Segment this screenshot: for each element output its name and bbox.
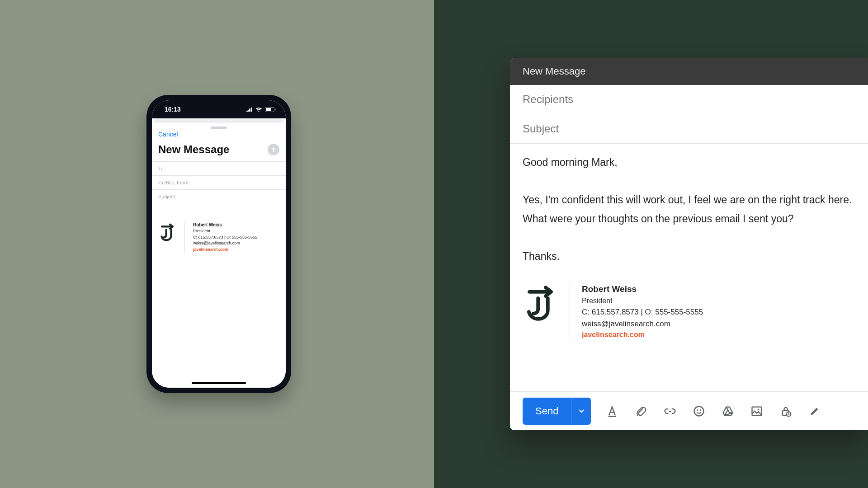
confidential-mode-icon[interactable] bbox=[778, 404, 793, 419]
compose-sheet: Cancel New Message To: Cc/Bcc, From: Sub… bbox=[152, 123, 286, 388]
attach-file-icon[interactable] bbox=[633, 404, 649, 419]
arrow-up-icon bbox=[270, 146, 277, 153]
compose-header[interactable]: New Message bbox=[510, 58, 868, 85]
signature-title: President bbox=[582, 296, 703, 306]
subject-field[interactable]: Subject bbox=[510, 114, 868, 144]
emoji-icon[interactable] bbox=[691, 404, 707, 419]
signature-link[interactable]: javelinsearch.com bbox=[582, 329, 703, 340]
gmail-compose-window: New Message Recipients Subject Good morn… bbox=[510, 58, 868, 430]
wifi-icon bbox=[255, 107, 262, 112]
send-options-dropdown[interactable] bbox=[571, 398, 591, 425]
compose-toolbar: Send bbox=[510, 391, 868, 430]
to-field[interactable]: To: bbox=[152, 161, 286, 175]
send-button-label: Send bbox=[523, 405, 571, 417]
cancel-button[interactable]: Cancel bbox=[158, 131, 178, 138]
sheet-background-peek bbox=[154, 118, 284, 123]
status-right bbox=[245, 107, 276, 112]
formatting-icon[interactable] bbox=[604, 404, 620, 419]
signature-pen-icon[interactable] bbox=[807, 404, 822, 419]
insert-link-icon[interactable] bbox=[662, 404, 678, 419]
signature-text: Robert Weiss President C: 615.557.8573 |… bbox=[193, 221, 257, 253]
signature-divider bbox=[570, 283, 570, 341]
body-line: Good morning Mark, bbox=[523, 155, 855, 171]
signature-email: weiss@javelinsearch.com bbox=[193, 240, 257, 247]
svg-rect-2 bbox=[249, 108, 250, 112]
body-line: Yes, I'm confident this will work out, I… bbox=[523, 192, 855, 208]
sheet-grabber[interactable] bbox=[211, 127, 227, 129]
svg-rect-6 bbox=[275, 108, 276, 110]
caret-down-icon bbox=[579, 409, 584, 413]
signature-phones: C: 615.557.8573 | O: 555-555-5555 bbox=[193, 235, 257, 241]
drive-icon[interactable] bbox=[720, 404, 736, 419]
svg-point-8 bbox=[694, 406, 704, 416]
signature-name: Robert Weiss bbox=[193, 221, 257, 228]
send-button[interactable]: Send bbox=[523, 398, 591, 425]
battery-icon bbox=[265, 107, 276, 112]
body-line: Thanks. bbox=[523, 249, 855, 265]
ccbcc-from-field[interactable]: Cc/Bcc, From: bbox=[152, 175, 286, 189]
phone-screen: 16:13 Cancel bbox=[152, 100, 286, 388]
signature-divider bbox=[184, 221, 185, 253]
insert-image-icon[interactable] bbox=[749, 404, 764, 419]
signature-name: Robert Weiss bbox=[582, 283, 703, 296]
recipients-field[interactable]: Recipients bbox=[510, 85, 868, 114]
send-button[interactable] bbox=[268, 144, 279, 155]
subject-field[interactable]: Subject: bbox=[152, 189, 286, 203]
svg-rect-5 bbox=[266, 108, 271, 111]
signature-logo-icon bbox=[158, 221, 176, 243]
compose-header-title: New Message bbox=[523, 66, 585, 77]
signature-logo-icon bbox=[523, 283, 558, 324]
body-line: What were your thoughts on the previous … bbox=[523, 211, 855, 227]
status-time: 16:13 bbox=[165, 106, 181, 113]
svg-rect-3 bbox=[251, 108, 252, 112]
signature-title: President bbox=[193, 228, 257, 235]
left-panel: 16:13 Cancel bbox=[0, 0, 434, 488]
home-indicator[interactable] bbox=[192, 382, 246, 384]
message-body[interactable]: Good morning Mark, Yes, I'm confident th… bbox=[510, 144, 868, 391]
signature-phones: C: 615.557.8573 | O: 555-555-5555 bbox=[582, 306, 703, 318]
svg-point-12 bbox=[758, 408, 760, 410]
signature-text: Robert Weiss President C: 615.557.8573 |… bbox=[582, 283, 703, 341]
svg-point-9 bbox=[697, 409, 698, 411]
signature-email: weiss@javelinsearch.com bbox=[582, 318, 703, 330]
email-signature: Robert Weiss President C: 615.557.8573 |… bbox=[152, 203, 286, 253]
right-panel: New Message Recipients Subject Good morn… bbox=[434, 0, 868, 488]
svg-point-10 bbox=[700, 409, 701, 411]
phone-frame: 16:13 Cancel bbox=[146, 95, 291, 393]
email-signature: Robert Weiss President C: 615.557.8573 |… bbox=[523, 283, 855, 341]
signature-link[interactable]: javelinsearch.com bbox=[193, 247, 257, 253]
phone-notch bbox=[187, 100, 250, 112]
compose-title: New Message bbox=[158, 143, 229, 156]
